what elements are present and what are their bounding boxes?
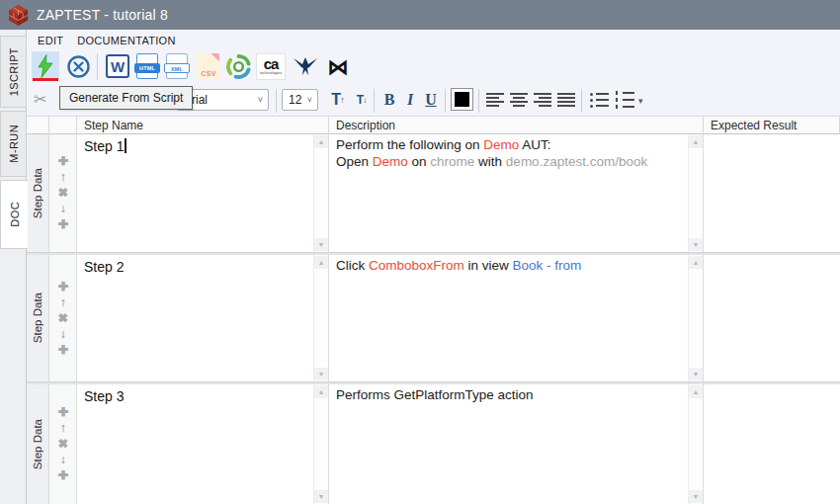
insert-step-below-icon[interactable]: ✚ bbox=[57, 218, 67, 231]
italic-button[interactable]: I bbox=[401, 88, 419, 112]
align-justify-button[interactable] bbox=[555, 88, 577, 112]
scroll-down-icon[interactable]: ▼ bbox=[689, 490, 703, 503]
step-name-cell[interactable]: Step 3 ▲ ▼ bbox=[77, 384, 329, 504]
insert-step-above-icon[interactable]: ✚ bbox=[57, 281, 67, 294]
scroll-down-icon[interactable]: ▼ bbox=[314, 490, 328, 503]
export-xml-button[interactable]: XML bbox=[163, 51, 191, 81]
row-separator bbox=[27, 381, 840, 384]
move-step-down-icon[interactable]: ↓ bbox=[60, 454, 66, 466]
menu-bar: EDIT DOCUMENTATION bbox=[27, 32, 176, 48]
export-word-button[interactable]: W bbox=[104, 51, 131, 81]
step-data-label: Step Data bbox=[32, 419, 43, 469]
move-step-down-icon[interactable]: ↓ bbox=[60, 203, 66, 215]
scroll-down-icon[interactable]: ▼ bbox=[314, 238, 328, 251]
bold-button[interactable]: B bbox=[379, 88, 399, 112]
app-window: ZAPTEST - tutorial 8 1SCRIPT M-RUN DOC E… bbox=[0, 0, 840, 504]
scroll-down-icon[interactable]: ▼ bbox=[689, 238, 703, 251]
menu-edit[interactable]: EDIT bbox=[38, 35, 63, 46]
shrink-font-button[interactable]: T↓ bbox=[352, 88, 372, 112]
scroll-up-icon[interactable]: ▲ bbox=[314, 135, 328, 148]
numbered-list-button[interactable] bbox=[613, 88, 636, 112]
export-eagle-button[interactable] bbox=[292, 51, 319, 81]
tooltip-text: Generate From Script bbox=[69, 91, 183, 105]
grow-font-button[interactable]: T↑ bbox=[326, 88, 350, 112]
cut-icon[interactable]: ✂ bbox=[34, 90, 46, 109]
chevron-down-icon: ˅ bbox=[302, 95, 317, 105]
word-icon: W bbox=[106, 54, 129, 78]
cell-scrollbar[interactable]: ▲ ▼ bbox=[313, 255, 328, 381]
generate-from-script-button[interactable] bbox=[32, 51, 59, 81]
export-html-button[interactable]: HTML bbox=[133, 51, 161, 81]
step-data-cell[interactable]: Step Data bbox=[27, 384, 49, 504]
step-name-text: Step 1 bbox=[77, 134, 328, 154]
toolbar-separator bbox=[97, 53, 98, 80]
align-left-button[interactable] bbox=[484, 88, 506, 112]
export-qc-button[interactable] bbox=[224, 51, 252, 81]
scroll-up-icon[interactable]: ▲ bbox=[689, 135, 703, 148]
qc-swirl-icon bbox=[225, 53, 252, 80]
menu-documentation[interactable]: DOCUMENTATION bbox=[77, 35, 175, 46]
cell-scrollbar[interactable]: ▲ ▼ bbox=[688, 134, 703, 252]
step-data-label: Step Data bbox=[32, 168, 43, 218]
description-cell[interactable]: Performs GetPlatformType action ▲ ▼ bbox=[329, 384, 704, 504]
step-name-cell[interactable]: Step 2 ▲ ▼ bbox=[77, 255, 329, 381]
expected-result-cell[interactable] bbox=[704, 255, 840, 381]
description-cell[interactable]: Perform the following on Demo AUT:Open D… bbox=[329, 134, 704, 252]
move-step-up-icon[interactable]: ↑ bbox=[60, 171, 66, 184]
insert-step-above-icon[interactable]: ✚ bbox=[57, 155, 67, 168]
delete-step-icon[interactable]: ✖ bbox=[57, 187, 67, 200]
description-cell[interactable]: Click ComboboxFrom in view Book - from ▲… bbox=[329, 255, 704, 381]
steps-table: Step Name Description Expected Result St… bbox=[27, 116, 840, 504]
scroll-up-icon[interactable]: ▲ bbox=[689, 385, 703, 398]
font-color-button[interactable] bbox=[451, 88, 473, 111]
cell-scrollbar[interactable]: ▲ ▼ bbox=[313, 134, 328, 252]
up-arrow-icon: ↑ bbox=[340, 95, 345, 105]
visual-studio-icon: ⋈ bbox=[328, 56, 349, 77]
align-center-button[interactable] bbox=[508, 88, 530, 112]
align-right-icon bbox=[534, 93, 551, 107]
insert-step-above-icon[interactable]: ✚ bbox=[57, 406, 67, 419]
export-csv-button[interactable]: CSV bbox=[195, 51, 222, 81]
step-data-cell[interactable]: Step Data bbox=[27, 255, 49, 381]
cell-scrollbar[interactable]: ▲ ▼ bbox=[688, 255, 703, 381]
scroll-down-icon[interactable]: ▼ bbox=[314, 368, 328, 380]
expected-result-cell[interactable] bbox=[704, 134, 840, 252]
toolbar-separator bbox=[374, 89, 375, 113]
step-data-cell[interactable]: Step Data bbox=[27, 134, 49, 252]
font-size-select[interactable]: 12 ˅ bbox=[282, 89, 318, 111]
table-header: Step Name Description Expected Result bbox=[27, 116, 840, 134]
table-row: Step Data ✚↑✖↓✚ Step 2 ▲ ▼ Click Combobo… bbox=[27, 255, 840, 381]
color-swatch bbox=[455, 92, 469, 107]
ca-technologies-icon: ca technologies bbox=[256, 53, 286, 80]
tab-doc[interactable]: DOC bbox=[0, 180, 28, 249]
header-gutter-spacer bbox=[27, 117, 49, 134]
scroll-up-icon[interactable]: ▲ bbox=[689, 256, 703, 269]
bullet-list-button[interactable] bbox=[587, 88, 611, 112]
export-visualstudio-button[interactable]: ⋈ bbox=[324, 51, 352, 81]
zap-cancel-button[interactable] bbox=[64, 51, 92, 81]
xml-file-icon: XML bbox=[166, 53, 188, 79]
delete-step-icon[interactable]: ✖ bbox=[57, 438, 67, 451]
move-step-up-icon[interactable]: ↑ bbox=[60, 296, 66, 309]
expected-result-cell[interactable] bbox=[704, 384, 840, 504]
overflow-arrow-icon: ▾ bbox=[638, 96, 643, 106]
align-right-button[interactable] bbox=[532, 88, 553, 112]
cell-scrollbar[interactable]: ▲ ▼ bbox=[313, 384, 328, 504]
toolbar-separator bbox=[445, 89, 446, 113]
toolbar-overflow-button[interactable]: ▾ bbox=[638, 97, 643, 105]
scroll-down-icon[interactable]: ▼ bbox=[689, 368, 703, 380]
export-ca-button[interactable]: ca technologies bbox=[255, 51, 287, 81]
move-step-down-icon[interactable]: ↓ bbox=[60, 328, 66, 341]
tab-m-run[interactable]: M-RUN bbox=[0, 111, 27, 177]
description-text: Performs GetPlatformType action bbox=[329, 384, 703, 404]
underline-button[interactable]: U bbox=[421, 88, 441, 112]
scroll-up-icon[interactable]: ▲ bbox=[314, 256, 328, 269]
insert-step-below-icon[interactable]: ✚ bbox=[57, 344, 67, 357]
move-step-up-icon[interactable]: ↑ bbox=[60, 422, 66, 435]
step-name-cell[interactable]: Step 1 ▲ ▼ bbox=[77, 134, 329, 252]
insert-step-below-icon[interactable]: ✚ bbox=[57, 469, 67, 482]
tab-1script[interactable]: 1SCRIPT bbox=[0, 36, 27, 108]
scroll-up-icon[interactable]: ▲ bbox=[314, 385, 328, 398]
cell-scrollbar[interactable]: ▲ ▼ bbox=[688, 384, 703, 504]
delete-step-icon[interactable]: ✖ bbox=[57, 312, 67, 325]
